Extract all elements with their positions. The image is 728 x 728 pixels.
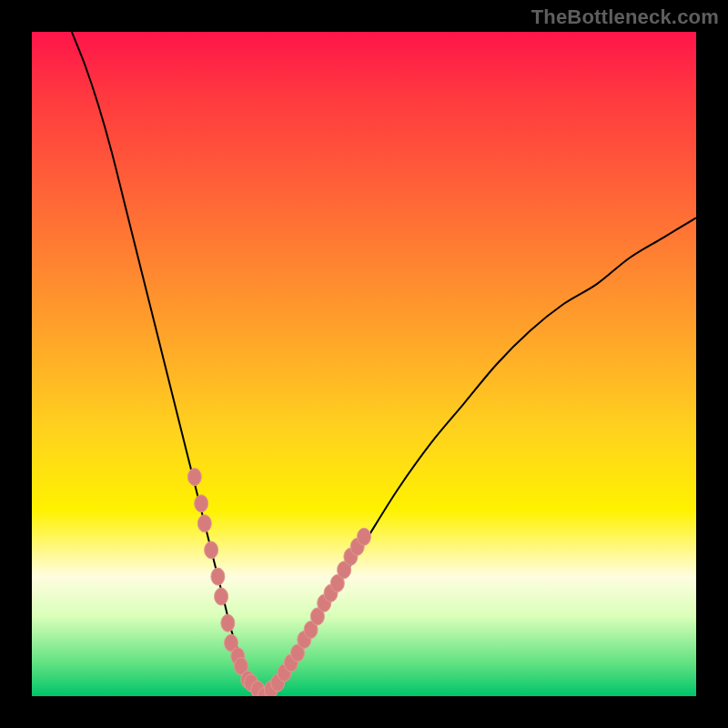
- curve-marker: [215, 588, 228, 605]
- watermark-label: TheBottleneck.com: [531, 5, 719, 29]
- chart-frame: TheBottleneck.com: [0, 0, 728, 728]
- curve-marker: [211, 568, 225, 585]
- marker-group: [187, 469, 370, 696]
- curve-marker: [221, 614, 235, 632]
- curve-marker: [205, 541, 218, 559]
- plot-area: [32, 32, 696, 696]
- curve-marker: [187, 469, 201, 486]
- bottleneck-curve: [72, 32, 696, 696]
- curve-marker: [197, 515, 211, 532]
- curve-marker: [358, 528, 371, 545]
- curve-layer: [32, 32, 696, 696]
- curve-marker: [195, 495, 208, 512]
